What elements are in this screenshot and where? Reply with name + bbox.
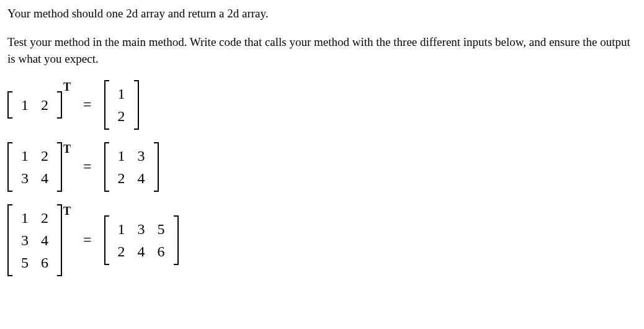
- equations-block: 1 2 T = 1 2 1 2: [7, 80, 637, 276]
- eq1-left-matrix: 1 2: [7, 91, 62, 119]
- matrix-cell: 2: [112, 105, 132, 127]
- eq3-right-matrix: 1 3 5 2 4 6: [104, 215, 179, 265]
- matrix-cell: 5: [151, 218, 171, 240]
- matrix-cell: 3: [132, 145, 151, 167]
- equals-sign: =: [83, 229, 92, 251]
- matrix-cell: 3: [132, 218, 151, 240]
- matrix-cell: 1: [15, 145, 35, 167]
- matrix-cell: 2: [35, 207, 55, 229]
- equation-3: 1 2 3 4 5 6 T = 1 3: [7, 204, 637, 276]
- matrix-cell: 3: [15, 167, 35, 189]
- eq2-left-matrix: 1 2 3 4: [7, 142, 62, 192]
- eq2-right-matrix: 1 3 2 4: [104, 142, 159, 192]
- eq1-right-matrix: 1 2: [104, 80, 139, 130]
- equals-sign: =: [83, 156, 92, 178]
- matrix-cell: 2: [112, 167, 132, 189]
- matrix-cell: 1: [15, 94, 35, 116]
- matrix-cell: 2: [35, 145, 55, 167]
- matrix-cell: 1: [15, 207, 35, 229]
- transpose-superscript: T: [63, 203, 71, 219]
- matrix-cell: 6: [35, 251, 55, 274]
- equation-2: 1 2 3 4 T = 1 3 2 4: [7, 142, 637, 192]
- matrix-cell: 4: [132, 167, 151, 189]
- eq3-left-matrix: 1 2 3 4 5 6: [7, 204, 62, 276]
- matrix-cell: 2: [112, 240, 132, 263]
- equals-sign: =: [83, 94, 92, 115]
- matrix-cell: 1: [112, 145, 132, 167]
- matrix-cell: 6: [151, 240, 171, 263]
- matrix-cell: 3: [15, 229, 35, 251]
- matrix-cell: 4: [132, 240, 151, 263]
- intro-paragraph-1: Your method should one 2d array and retu…: [7, 5, 637, 22]
- transpose-superscript: T: [63, 79, 71, 95]
- equation-1: 1 2 T = 1 2: [7, 80, 637, 130]
- matrix-cell: 1: [112, 218, 132, 240]
- transpose-superscript: T: [63, 141, 71, 157]
- intro-paragraph-2: Test your method in the main method. Wri…: [7, 34, 637, 68]
- matrix-cell: 4: [35, 167, 55, 189]
- matrix-cell: 2: [35, 94, 55, 116]
- matrix-cell: 1: [112, 83, 132, 105]
- matrix-cell: 5: [15, 251, 35, 274]
- matrix-cell: 4: [35, 229, 55, 251]
